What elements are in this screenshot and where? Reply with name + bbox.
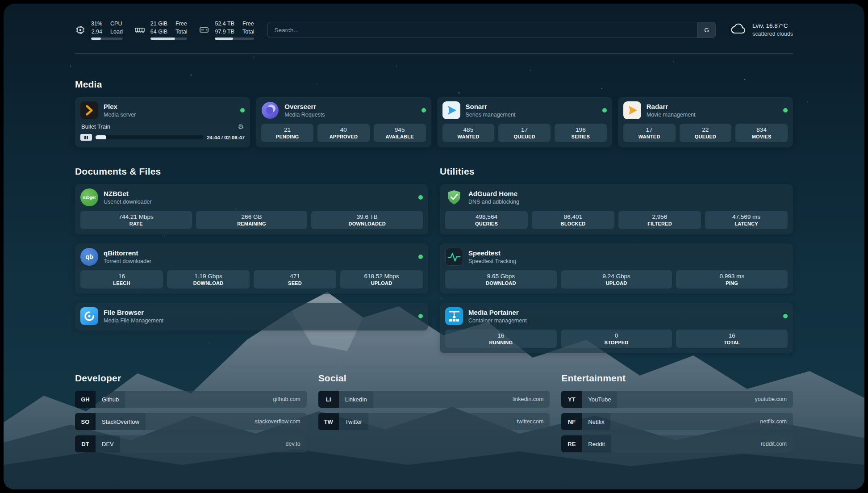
service-desc: Usenet downloader (104, 199, 152, 205)
stat-value: 485 (444, 126, 493, 133)
bookmark-name: LinkedIn (339, 391, 373, 408)
service-card-plex[interactable]: Plex Media server Bullet Train ⚙ (75, 97, 250, 147)
stat-value: 196 (556, 126, 605, 133)
bookmark-twitter[interactable]: TW Twitter twitter.com (318, 413, 550, 430)
service-card-qbittorrent[interactable]: qb qBittorrent Torrent downloader 16 LEE… (75, 243, 428, 294)
status-dot (418, 195, 423, 200)
stat-label: FILTERED (620, 221, 699, 226)
cpu-progress-bar (91, 38, 123, 40)
service-name: Plex (104, 103, 136, 111)
stat-approved: 40 APPROVED (317, 124, 370, 142)
playback-progress-bar[interactable] (96, 135, 203, 139)
resource-widgets: 31% CPU 2.94 Load 21 (75, 20, 254, 40)
cloud-icon (729, 23, 747, 37)
stat-value: 21 (263, 126, 312, 133)
stat-value: 0.993 ms (678, 273, 786, 280)
bookmark-group-developer: Developer GH Github github.com SO StackO… (75, 353, 307, 458)
bookmark-name: YouTube (582, 391, 617, 408)
bookmark-abbr: RE (561, 435, 582, 452)
status-dot (421, 108, 426, 113)
stat-latency: 47.569 ms LATENCY (705, 211, 788, 229)
stat-value: 618.52 Mbps (342, 273, 421, 280)
cpu-label-bottom: Load (110, 28, 123, 35)
bookmark-url: linkedin.com (373, 391, 550, 408)
stat-label: BLOCKED (534, 221, 613, 226)
service-card-portainer[interactable]: Media Portainer Container management 16 … (440, 303, 793, 353)
bookmark-name: DEV (96, 435, 120, 452)
service-desc: Media File Management (104, 318, 163, 324)
gear-icon[interactable]: ⚙ (238, 123, 244, 130)
overseerr-icon (261, 101, 279, 119)
stat-label: WANTED (625, 134, 674, 139)
top-bar: 31% CPU 2.94 Load 21 (75, 17, 793, 43)
pause-button[interactable] (80, 134, 92, 141)
service-name: Overseerr (284, 103, 325, 111)
disk-widget: 52.4 TB Free 97.9 TB Total (199, 20, 254, 40)
bookmark-name: StackOverflow (96, 413, 146, 430)
bookmark-linkedin[interactable]: LI LinkedIn linkedin.com (318, 391, 550, 408)
stat-total: 16 TOTAL (676, 330, 788, 348)
service-card-nzbget[interactable]: nzbget NZBGet Usenet downloader 744.21 M… (75, 184, 428, 234)
service-desc: Movie management (647, 112, 696, 118)
search-bar: G (267, 22, 716, 38)
stat-value: 40 (319, 126, 368, 133)
stat-label: DOWNLOADED (313, 221, 421, 226)
bookmark-group-entertainment: Entertainment YT YouTube youtube.com NF … (561, 353, 793, 458)
ram-label-bottom: Total (175, 28, 187, 35)
section-documents: Documents & Files nzbget NZBGet Usenet d… (75, 147, 428, 353)
stat-label: PING (678, 280, 786, 286)
service-desc: Media server (104, 112, 136, 118)
cpu-value: 31% (91, 20, 102, 27)
bookmark-netflix[interactable]: NF Netflix netflix.com (561, 413, 793, 430)
weather-widget[interactable]: Lviv, 16.87°C scattered clouds (729, 22, 793, 38)
bookmark-abbr: GH (75, 391, 96, 408)
bookmark-reddit[interactable]: RE Reddit reddit.com (561, 435, 793, 452)
stat-download: 1.19 Gbps DOWNLOAD (167, 270, 250, 288)
stat-label: REMAINING (198, 221, 306, 226)
stat-filtered: 2,956 FILTERED (618, 211, 701, 229)
sonarr-icon (442, 101, 460, 119)
bookmark-github[interactable]: GH Github github.com (75, 391, 307, 408)
stat-value: 17 (500, 126, 549, 133)
service-card-overseerr[interactable]: Overseerr Media Requests 21 PENDING 40 A… (256, 97, 431, 147)
bookmark-dev[interactable]: DT DEV dev.to (75, 435, 307, 452)
stat-value: 1.19 Gbps (169, 273, 248, 280)
service-card-radarr[interactable]: Radarr Movie management 17 WANTED 22 QUE… (618, 97, 793, 147)
stat-label: UPLOAD (563, 280, 671, 286)
stat-stopped: 0 STOPPED (561, 330, 672, 348)
stat-label: TOTAL (678, 340, 786, 345)
stat-value: 22 (681, 126, 730, 133)
bookmark-abbr: TW (318, 413, 339, 430)
service-card-speedtest[interactable]: Speedtest Speedtest Tracking 9.65 Gbps D… (440, 243, 793, 294)
status-dot (783, 314, 788, 318)
status-dot (418, 314, 423, 318)
disk-label-top: Free (242, 20, 254, 27)
speedtest-icon (445, 248, 463, 266)
disk-progress-bar (215, 38, 254, 40)
bookmark-youtube[interactable]: YT YouTube youtube.com (561, 391, 793, 408)
search-input[interactable] (268, 22, 697, 38)
service-card-adguard[interactable]: AdGuard Home DNS and adblocking 498,564 … (440, 184, 793, 234)
bookmark-url: github.com (125, 391, 306, 408)
stat-label: UPLOAD (342, 280, 421, 286)
service-name: Speedtest (468, 249, 516, 258)
stat-label: WANTED (444, 134, 493, 139)
service-name: AdGuard Home (468, 190, 519, 198)
stat-label: SEED (255, 280, 334, 286)
stat-series: 196 SERIES (555, 124, 607, 142)
status-dot (602, 108, 607, 113)
service-name: NZBGet (104, 190, 152, 198)
section-title-social: Social (318, 373, 550, 384)
stat-value: 47.569 ms (707, 213, 786, 220)
bookmark-stackoverflow[interactable]: SO StackOverflow stackoverflow.com (75, 413, 307, 430)
bookmark-abbr: NF (561, 413, 582, 430)
search-provider-button[interactable]: G (697, 22, 715, 38)
ram-widget: 21 GiB Free 64 GiB Total (134, 20, 188, 40)
disk-sub-value: 97.9 TB (215, 28, 234, 35)
stat-downloaded: 39.6 TB DOWNLOADED (311, 211, 423, 229)
disk-label-bottom: Total (242, 28, 254, 35)
service-card-filebrowser[interactable]: File Browser Media File Management (75, 303, 428, 330)
stat-pending: 21 PENDING (261, 124, 313, 142)
stat-remaining: 266 GB REMAINING (196, 211, 308, 229)
service-card-sonarr[interactable]: Sonarr Series management 485 WANTED 17 Q… (437, 97, 612, 147)
